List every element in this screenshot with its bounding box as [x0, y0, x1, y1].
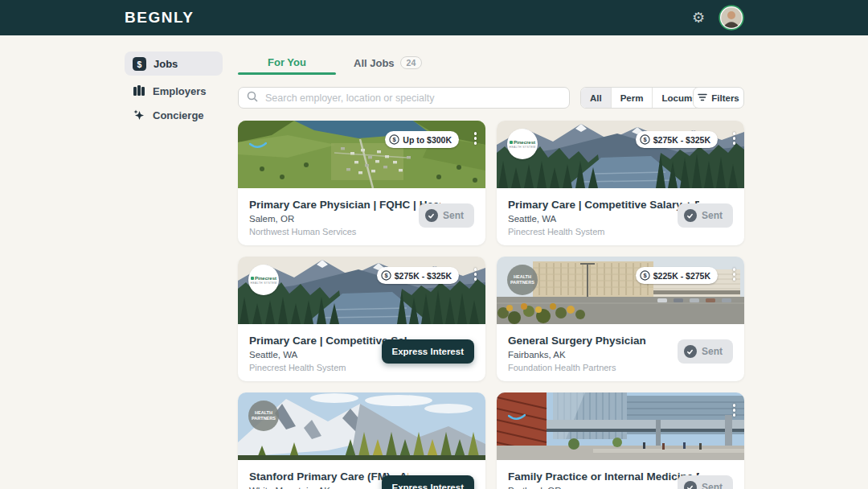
job-card-body: Primary Care Physician | FQHC | Heart of…	[238, 188, 485, 245]
card-menu-icon[interactable]	[473, 266, 479, 282]
salary-badge: $ $275K - $325K	[377, 267, 459, 284]
sent-button-label: Sent	[443, 210, 464, 221]
salary-badge-text: $275K - $325K	[653, 135, 710, 145]
job-action: Express Interest	[382, 339, 475, 364]
filter-lines-icon	[698, 93, 707, 103]
job-image: HEALTHPARTNERS	[238, 392, 485, 460]
card-menu-icon[interactable]	[731, 402, 738, 418]
app-logo: BEGNLY	[125, 9, 194, 27]
employer-swoosh-logo	[248, 140, 268, 151]
check-icon	[684, 209, 697, 222]
search-bar[interactable]	[238, 87, 570, 109]
job-photo	[238, 392, 485, 460]
segment-perm[interactable]: Perm	[612, 88, 653, 108]
dollar-circle-icon: $	[389, 134, 399, 145]
sidebar-item-label: Jobs	[154, 58, 178, 70]
job-cards-grid: $ Up to $300K Primary Care Physician | F…	[238, 121, 744, 489]
sidebar-item-label: Concierge	[153, 109, 204, 121]
sidebar-item-concierge[interactable]: Concierge	[125, 103, 223, 127]
sparkles-icon	[133, 109, 145, 121]
job-card-body: Primary Care | Competitive Salary + PSLF…	[497, 188, 744, 245]
job-company: Pinecrest Health System	[249, 363, 474, 372]
salary-badge: $ Up to $300K	[385, 131, 459, 148]
filters-button[interactable]: Filters	[693, 87, 744, 109]
avatar-image	[719, 5, 744, 31]
job-image: $ Up to $300K	[238, 121, 485, 188]
job-card[interactable]: $ Up to $300K Primary Care Physician | F…	[238, 121, 485, 245]
sent-button-label: Sent	[702, 346, 723, 357]
job-action: Sent	[678, 475, 733, 489]
job-card[interactable]: HEALTHPARTNERS $ $225K - $275K General S…	[497, 257, 744, 381]
sidebar-item-employers[interactable]: Employers	[125, 79, 223, 103]
sent-button-label: Sent	[702, 210, 723, 221]
job-action: Sent	[678, 339, 733, 364]
job-image	[497, 392, 744, 460]
salary-badge: $ $225K - $275K	[636, 267, 718, 284]
sidebar-item-label: Employers	[153, 85, 206, 97]
job-card-body: Primary Care | Competitive Salary + ... …	[238, 324, 485, 381]
salary-badge: $ $275K - $325K	[636, 131, 718, 148]
job-title: Family Practice or Internal Medicine Phy…	[508, 471, 699, 483]
job-action: Sent	[678, 203, 733, 228]
employer-logo: PinecrestHEALTH SYSTEM	[507, 129, 538, 159]
search-input[interactable]	[264, 92, 561, 105]
express-interest-button[interactable]: Express Interest	[382, 339, 475, 364]
dollar-circle-icon: $	[640, 270, 650, 281]
job-type-segmented-control: All Perm Locums	[580, 87, 707, 109]
buildings-icon	[133, 84, 145, 97]
job-card[interactable]: HEALTHPARTNERS Stanford Primary Care (FM…	[238, 392, 485, 489]
sent-button[interactable]: Sent	[678, 475, 733, 489]
job-title: General Surgery Physician	[508, 335, 699, 347]
job-title: Primary Care Physician | FQHC | Heart of…	[249, 199, 440, 211]
tab-all-jobs-label: All Jobs	[354, 57, 395, 69]
express-interest-button[interactable]: Express Interest	[382, 475, 475, 489]
svg-text:$: $	[137, 59, 142, 68]
card-menu-icon[interactable]	[473, 130, 479, 146]
user-avatar[interactable]	[719, 5, 744, 31]
employer-logo: HEALTHPARTNERS	[248, 401, 279, 431]
job-image: HEALTHPARTNERS $ $225K - $275K	[497, 257, 744, 324]
settings-gear-icon[interactable]: ⚙	[692, 7, 705, 28]
job-card[interactable]: Family Practice or Internal Medicine Phy…	[497, 392, 744, 489]
employer-logo: HEALTHPARTNERS	[507, 265, 538, 295]
salary-badge-text: Up to $300K	[403, 135, 452, 145]
job-card-body: Stanford Primary Care (FM) - Alameda Whi…	[238, 460, 485, 489]
employer-swoosh-logo	[507, 412, 526, 423]
sent-button-label: Sent	[702, 482, 723, 489]
job-company: Pinecrest Health System	[508, 227, 733, 236]
tab-all-jobs[interactable]: All Jobs 24	[354, 56, 422, 69]
segment-all[interactable]: All	[581, 88, 612, 108]
job-photo	[497, 392, 744, 460]
check-icon	[425, 209, 438, 222]
all-jobs-count-badge: 24	[400, 56, 423, 69]
check-icon	[684, 481, 697, 489]
job-image: PinecrestHEALTH SYSTEM $ $275K - $325K	[497, 121, 744, 188]
employer-logo: PinecrestHEALTH SYSTEM	[248, 265, 279, 295]
job-image: PinecrestHEALTH SYSTEM $ $275K - $325K	[238, 257, 485, 324]
dollar-circle-icon: $	[381, 270, 391, 281]
dollar-square-icon: $	[133, 57, 146, 71]
salary-badge-text: $225K - $275K	[653, 271, 710, 281]
app: BEGNLY ⚙ $ Jobs Employers	[0, 0, 868, 489]
job-company: Northwest Human Services	[249, 227, 474, 236]
sent-button[interactable]: Sent	[678, 339, 733, 364]
tab-for-you-label: For You	[268, 56, 306, 68]
job-card[interactable]: PinecrestHEALTH SYSTEM $ $275K - $325K P…	[497, 121, 744, 245]
sent-button[interactable]: Sent	[419, 203, 474, 228]
job-title: Primary Care | Competitive Salary + PSLF…	[508, 199, 699, 211]
salary-badge-text: $275K - $325K	[395, 271, 452, 281]
search-icon	[247, 91, 258, 105]
job-card-body: General Surgery Physician Fairbanks, AK …	[497, 324, 744, 381]
filters-button-label: Filters	[711, 93, 739, 103]
sent-button[interactable]: Sent	[678, 203, 733, 228]
sidebar-item-jobs[interactable]: $ Jobs	[125, 51, 223, 76]
job-card[interactable]: PinecrestHEALTH SYSTEM $ $275K - $325K P…	[238, 257, 485, 381]
check-icon	[684, 345, 697, 358]
tab-for-you[interactable]: For You	[238, 56, 336, 68]
dollar-circle-icon: $	[640, 134, 650, 145]
card-menu-icon[interactable]	[731, 266, 738, 282]
card-menu-icon[interactable]	[731, 130, 738, 146]
top-bar: BEGNLY ⚙	[0, 0, 868, 35]
job-action: Sent	[419, 203, 474, 228]
job-action: Express Interest	[382, 475, 475, 489]
